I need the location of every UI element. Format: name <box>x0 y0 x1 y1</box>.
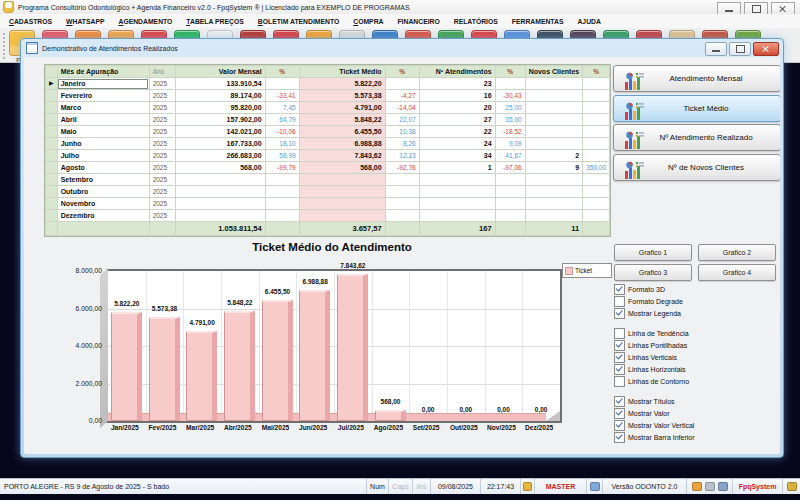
button-n-atendimento-realizado[interactable]: Nº Atendimento Realizado <box>613 124 780 151</box>
button-n-de-novos-clientes[interactable]: Nº de Novos Clientes <box>613 154 780 181</box>
button-grafico-4[interactable]: Grafico 4 <box>698 264 776 281</box>
checkbox-label: Mostrar Valor Vertical <box>628 422 694 429</box>
checkbox-mostrar-titulos[interactable]: Mostrar Títulos <box>614 396 675 406</box>
bar-value-label: 5.848,22 <box>217 299 263 306</box>
cell-valor-pct: 58,99 <box>265 150 299 162</box>
table-row-maio[interactable]: Maio2025142.021,00-10,066.455,5010,3822-… <box>46 126 610 138</box>
window-minimize-button[interactable] <box>705 42 727 56</box>
bar-value-label: 6.455,50 <box>255 288 301 295</box>
check-mark <box>616 432 623 439</box>
table-row-janeiro[interactable]: ▶Janeiro2025133.910,545.822,2023 <box>46 78 610 90</box>
table-row-dezembro[interactable]: Dezembro2025 <box>46 210 610 222</box>
checkbox-label: Linhas de Contorno <box>628 378 689 385</box>
bar-value-label: 4.791,00 <box>179 319 225 326</box>
cell-ticket-medio: 7.843,62 <box>299 150 385 162</box>
toolbar-grip <box>2 32 7 59</box>
v-gridline <box>522 271 523 421</box>
demonstrativo-window: Demonstrativo de Atendimentos Realizados… <box>20 38 784 458</box>
checkbox-linhas-pontilhadas[interactable]: Linhas Pontilhadas <box>614 340 687 350</box>
menu-item-cadastros[interactable]: CADASTROS <box>2 18 59 25</box>
checkbox-box <box>614 432 625 443</box>
cell-month: Novembro <box>57 198 149 210</box>
minimize-icon <box>712 50 720 52</box>
x-axis-label: Dez/2025 <box>515 424 563 431</box>
cell-num-atendimentos: 24 <box>419 138 495 150</box>
cell-ticket-medio: 4.791,00 <box>299 102 385 114</box>
menu-item-ajuda[interactable]: AJUDA <box>570 18 607 25</box>
menu-item-financeiro[interactable]: FINANCEIRO <box>390 18 446 25</box>
button-grafico-3[interactable]: Grafico 3 <box>614 264 692 281</box>
checkbox-box <box>614 340 625 351</box>
v-gridline <box>146 271 147 421</box>
checkbox-formato-3d[interactable]: Formato 3D <box>614 284 665 294</box>
cell-month: Agosto <box>57 162 149 174</box>
button-grafico-2[interactable]: Grafico 2 <box>698 244 776 261</box>
checkbox-mostrar-barra-inferior[interactable]: Mostrar Barra Inferior <box>614 432 695 442</box>
checkbox-linhas-horizontais[interactable]: Linhas Horizontais <box>614 364 686 374</box>
chart-title: Ticket Médio do Atendimento <box>106 241 558 253</box>
app-titlebar: Programa Consultório Odontológico + Agen… <box>0 0 800 15</box>
table-row-setembro[interactable]: Setembro2025 <box>46 174 610 186</box>
v-gridline <box>221 271 222 421</box>
cell-novos-pct <box>583 174 610 186</box>
table-row-abril[interactable]: Abril2025157.902,0064,795.848,2222,07273… <box>46 114 610 126</box>
table-row-outubro[interactable]: Outubro2025 <box>46 186 610 198</box>
status-version: Versão ODONTO 2.0 <box>602 479 686 494</box>
cell-month: Maio <box>57 126 149 138</box>
cell-novos-pct <box>583 150 610 162</box>
cell-ano: 2025 <box>149 114 175 126</box>
chart-bar-jun-2025 <box>299 290 330 421</box>
table-row-novembro[interactable]: Novembro2025 <box>46 198 610 210</box>
status-date: 09/08/2025 <box>430 479 480 494</box>
checkbox-mostrar-valor-vertical[interactable]: Mostrar Valor Vertical <box>614 420 694 430</box>
checkbox-box <box>614 352 625 363</box>
menu-item-compra[interactable]: COMPRA <box>346 18 390 25</box>
app-title: Programa Consultório Odontológico + Agen… <box>18 4 410 11</box>
checkbox-label: Formato 3D <box>628 286 665 293</box>
cell-atend-pct: 25,00 <box>495 102 525 114</box>
total-cell-5: 3.657,57 <box>299 222 385 236</box>
button-ticket-medio[interactable]: Ticket Médio <box>613 95 780 122</box>
checkbox-formato-degrade[interactable]: Formato Degrade <box>614 296 683 306</box>
checkbox-linha-de-tendencia[interactable]: Linha de Tendência <box>614 328 689 338</box>
checkbox-mostrar-valor[interactable]: Mostrar Valor <box>614 408 670 418</box>
column-header--7: % <box>495 66 525 78</box>
cell-ano: 2025 <box>149 174 175 186</box>
menu-item-tabela-precos[interactable]: TABELA PREÇOS <box>179 18 250 25</box>
checkbox-linhas-de-contorno[interactable]: Linhas de Contorno <box>614 376 689 386</box>
checkbox-box <box>614 364 625 375</box>
cell-valor-mensal: 266.683,00 <box>175 150 265 162</box>
window-close-button[interactable] <box>753 42 779 56</box>
cell-ticket-pct <box>385 198 419 210</box>
cell-ticket-medio <box>299 210 385 222</box>
cell-valor-pct <box>265 198 299 210</box>
row-selector <box>46 126 58 138</box>
cell-num-atendimentos <box>419 174 495 186</box>
cell-valor-mensal: 157.902,00 <box>175 114 265 126</box>
button-atendimento-mensal[interactable]: Atendimento Mensal <box>613 65 780 92</box>
table-row-junho[interactable]: Junho2025167.733,0018,106.988,888,26249,… <box>46 138 610 150</box>
cell-atend-pct <box>495 186 525 198</box>
menu-item-agendamento[interactable]: AGENDAMENTO <box>111 18 179 25</box>
window-maximize-button[interactable] <box>729 42 751 56</box>
table-row-marco[interactable]: Marco202595.820,007,454.791,00-14,042025… <box>46 102 610 114</box>
menu-item-ferramentas[interactable]: FERRAMENTAS <box>505 18 571 25</box>
cell-valor-pct: 7,45 <box>265 102 299 114</box>
checkbox-linhas-verticais[interactable]: Linhas Verticais <box>614 352 677 362</box>
column-header--9: % <box>583 66 610 78</box>
table-row-julho[interactable]: Julho2025266.683,0058,997.843,6212,23344… <box>46 150 610 162</box>
notebook-icon[interactable] <box>692 482 702 491</box>
table-row-agosto[interactable]: Agosto2025568,00-99,79568,00-92,761-97,0… <box>46 162 610 174</box>
checkbox-mostrar-legenda[interactable]: Mostrar Legenda <box>614 308 681 318</box>
menu-item-whatsapp[interactable]: WHATSAPP <box>59 18 111 25</box>
monitor-icon[interactable] <box>718 482 728 491</box>
cell-valor-pct: -10,06 <box>265 126 299 138</box>
menu-item-relatorios[interactable]: RELATÓRIOS <box>447 18 505 25</box>
check-mark <box>616 340 623 347</box>
total-cell-3: 1.053.811,54 <box>175 222 265 236</box>
printer-icon[interactable] <box>705 482 715 491</box>
button-grafico-1[interactable]: Grafico 1 <box>614 244 692 261</box>
y-axis-tick: 4.000,00 <box>54 342 102 349</box>
table-row-fevereiro[interactable]: Fevereiro202589.174,00-33,415.573,38-4,2… <box>46 90 610 102</box>
menu-item-boletim-atendimento[interactable]: BOLETIM ATENDIMENTO <box>251 18 346 25</box>
